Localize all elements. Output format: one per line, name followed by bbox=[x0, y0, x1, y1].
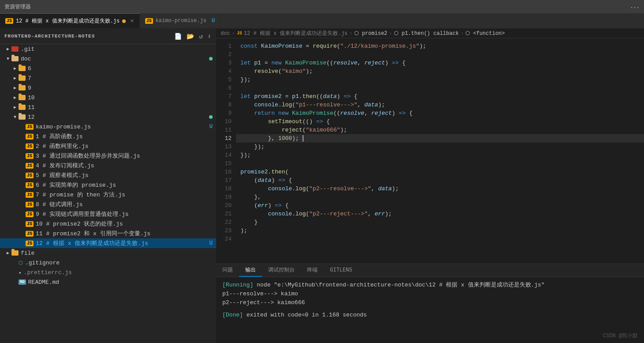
arrow-7: ▶ bbox=[11, 75, 19, 81]
code-line-14: }); bbox=[236, 151, 644, 159]
sidebar-item-js6[interactable]: ▶ JS 6 # 实现简单的 promise.js bbox=[0, 180, 216, 190]
sidebar-item-9[interactable]: ▶ 9 bbox=[0, 83, 216, 93]
code-line-8: console.log("p1---resolve--->", data); bbox=[236, 101, 644, 109]
sidebar-item-js12-active[interactable]: ▶ JS 12 # 根据 x 值来判断是成功还是失败.js U bbox=[0, 238, 216, 248]
sidebar-item-10[interactable]: ▶ 10 bbox=[0, 93, 216, 102]
sidebar-item-js5[interactable]: ▶ JS 5 # 观察者模式.js bbox=[0, 170, 216, 180]
terminal-tab-terminal[interactable]: 终端 bbox=[301, 264, 324, 277]
sidebar-item-7[interactable]: ▶ 7 bbox=[0, 73, 216, 83]
sidebar-item-12[interactable]: ▼ 12 bbox=[0, 112, 216, 122]
code-content[interactable]: const KaimoPromise = require("./12/kaimo… bbox=[236, 38, 644, 264]
sidebar-item-doc[interactable]: ▼ doc bbox=[0, 54, 216, 64]
code-line-6 bbox=[236, 84, 644, 92]
label-js10: 10 # promise2 状态的处理.js bbox=[36, 220, 216, 228]
sidebar-item-js11[interactable]: ▶ JS 11 # promise2 和 x 引用同一个变量.js bbox=[0, 229, 216, 238]
sidebar-item-readme[interactable]: ▶ MD README.md bbox=[0, 277, 216, 287]
sidebar: FRONTEND-ARCHITECTURE-NOTES 📄 📂 ↺ ⬇ ▶ .g… bbox=[0, 29, 216, 343]
sidebar-item-js4[interactable]: ▶ JS 4 # 发布订阅模式.js bbox=[0, 161, 216, 170]
u-kaimo: U bbox=[210, 124, 213, 130]
folder-icon-file bbox=[11, 250, 19, 256]
md-badge-readme: MD bbox=[19, 279, 26, 285]
terminal-line-2: p1---resolve---> kaimo bbox=[222, 290, 638, 298]
title-bar-dots[interactable]: ... bbox=[630, 4, 640, 10]
tab-active[interactable]: JS 12 # 根据 x 值来判断是成功还是失败.js × bbox=[0, 13, 140, 28]
label-readme: README.md bbox=[28, 279, 216, 286]
sidebar-item-js10[interactable]: ▶ JS 10 # promise2 状态的处理.js bbox=[0, 219, 216, 229]
sidebar-tree: ▶ .git ▼ doc ▶ 6 ▶ bbox=[0, 44, 216, 343]
arrow-file: ▶ bbox=[4, 250, 11, 256]
terminal-path: node "e:\MyGithub\frontend-architecture-… bbox=[257, 282, 545, 288]
code-line-15 bbox=[236, 159, 644, 168]
terminal-done-text: exited with code=0 in 1.168 bbox=[247, 312, 343, 318]
terminal-content: [Running] node "e:\MyGithub\frontend-arc… bbox=[216, 277, 644, 343]
label-9: 9 bbox=[28, 85, 216, 91]
code-line-3: let p1 = new KaimoPromise((resolve, reje… bbox=[236, 59, 644, 67]
js-badge-8: JS bbox=[26, 202, 34, 207]
terminal-tab-debug[interactable]: 调试控制台 bbox=[262, 264, 301, 277]
label-js11: 11 # promise2 和 x 引用同一个变量.js bbox=[36, 230, 216, 237]
sidebar-header: FRONTEND-ARCHITECTURE-NOTES 📄 📂 ↺ ⬇ bbox=[0, 29, 216, 44]
breadcrumb-function: ⬡ <function> bbox=[465, 30, 505, 37]
sidebar-title: FRONTEND-ARCHITECTURE-NOTES bbox=[4, 34, 95, 39]
terminal-tab-output[interactable]: 输出 bbox=[239, 264, 262, 277]
sidebar-item-js7[interactable]: ▶ JS 7 # promise 的 then 方法.js bbox=[0, 190, 216, 200]
tab-bar: JS 12 # 根据 x 值来判断是成功还是失败.js × JS kaimo-p… bbox=[0, 13, 644, 29]
tab-label-2: kaimo-promise.js bbox=[156, 18, 206, 24]
terminal-tab-gitlens[interactable]: GITLENS bbox=[324, 264, 358, 277]
new-file-icon[interactable]: 📄 bbox=[174, 33, 182, 40]
refresh-icon[interactable]: ↺ bbox=[199, 33, 203, 40]
new-folder-icon[interactable]: 📂 bbox=[187, 33, 195, 40]
terminal-line-3: p2---reject---> kaimo666 bbox=[222, 298, 638, 307]
arrow-10: ▶ bbox=[11, 95, 19, 100]
sidebar-item-file[interactable]: ▶ file bbox=[0, 248, 216, 258]
sidebar-item-js3[interactable]: ▶ JS 3 # 通过回调函数处理异步并发问题.js bbox=[0, 151, 216, 161]
sidebar-item-js1[interactable]: ▶ JS 1 # 高阶函数.js bbox=[0, 132, 216, 141]
label-js3: 3 # 通过回调函数处理异步并发问题.js bbox=[36, 152, 216, 160]
sidebar-item-11[interactable]: ▶ 11 bbox=[0, 102, 216, 112]
collapse-icon[interactable]: ⬇ bbox=[208, 33, 212, 40]
tab-close-1[interactable]: × bbox=[130, 18, 134, 25]
code-line-17: (data) => { bbox=[236, 176, 644, 185]
arrow-git: ▶ bbox=[4, 46, 11, 52]
terminal-watermark: CSDN @凯小默 bbox=[603, 332, 638, 339]
code-line-5: }); bbox=[236, 75, 644, 84]
label-kaimo-promise: kaimo-promise.js bbox=[36, 124, 216, 130]
tab-modified-dot-1 bbox=[122, 19, 126, 23]
sidebar-item-6[interactable]: ▶ 6 bbox=[0, 64, 216, 73]
label-git: .git bbox=[21, 46, 216, 53]
terminal-tab-problems[interactable]: 问题 bbox=[216, 264, 239, 277]
breadcrumb-promise2: ⬡ promise2 bbox=[354, 30, 387, 37]
sidebar-item-js8[interactable]: ▶ JS 8 # 链式调用.js bbox=[0, 200, 216, 209]
sidebar-item-gitignore[interactable]: ▶ ⬡ .gitignore bbox=[0, 258, 216, 268]
code-editor[interactable]: 1 2 3 4 5 6 7 8 9 10 11 12 13 14 15 16 1 bbox=[216, 38, 644, 264]
tab-u-badge-2: U bbox=[212, 18, 215, 24]
sidebar-item-prettierrc[interactable]: ▶ ✦ .prettierrc.js bbox=[0, 268, 216, 277]
arrow-9: ▶ bbox=[11, 85, 19, 90]
label-js6: 6 # 实现简单的 promise.js bbox=[36, 181, 216, 189]
sidebar-item-js2[interactable]: ▶ JS 2 # 函数柯里化.js bbox=[0, 141, 216, 151]
code-line-22: } bbox=[236, 218, 644, 226]
code-line-18: console.log("p2---resolve--->", data); bbox=[236, 185, 644, 193]
breadcrumb: doc › JS 12 # 根据 x 值来判断是成功还是失败.js › ⬡ pr… bbox=[216, 29, 644, 38]
code-line-13: }); bbox=[236, 143, 644, 151]
code-line-23: ); bbox=[236, 226, 644, 235]
sidebar-item-kaimo-promise[interactable]: ▶ JS kaimo-promise.js U bbox=[0, 122, 216, 132]
tab-label-1: 12 # 根据 x 值来判断是成功还是失败.js bbox=[16, 17, 120, 25]
label-7: 7 bbox=[28, 75, 216, 82]
u-12: U bbox=[210, 240, 213, 246]
folder-icon-12 bbox=[19, 114, 26, 120]
sidebar-item-git[interactable]: ▶ .git bbox=[0, 44, 216, 54]
js-badge-3: JS bbox=[26, 153, 34, 159]
sidebar-toolbar: 📄 📂 ↺ ⬇ bbox=[174, 33, 212, 40]
code-line-4: resolve("kaimo"); bbox=[236, 67, 644, 75]
sidebar-item-js9[interactable]: ▶ JS 9 # 实现链式调用里普通值处理.js bbox=[0, 209, 216, 219]
folder-icon-10 bbox=[19, 95, 26, 100]
code-line-1: const KaimoPromise = require("./12/kaimo… bbox=[236, 42, 644, 50]
label-12: 12 bbox=[28, 114, 216, 121]
title-bar-text: 资源管理器 bbox=[4, 3, 31, 11]
terminal-running-badge: [Running] bbox=[222, 282, 253, 288]
tab-2[interactable]: JS kaimo-promise.js U bbox=[140, 13, 221, 28]
arrow-12: ▼ bbox=[11, 115, 19, 120]
prettierrc-icon: ✦ bbox=[19, 270, 22, 275]
label-prettierrc: .prettierrc.js bbox=[24, 269, 216, 276]
